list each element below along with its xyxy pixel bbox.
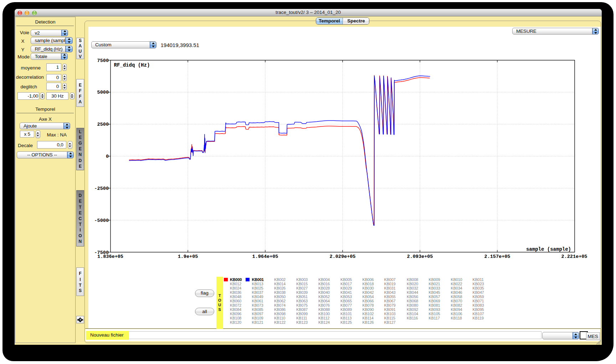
svg-text:-5000: -5000 — [94, 218, 109, 223]
svg-text:2.093e+05: 2.093e+05 — [407, 254, 433, 259]
svg-text:2.157e+05: 2.157e+05 — [484, 254, 510, 259]
svg-text:1.9e+05: 1.9e+05 — [178, 254, 198, 259]
svg-text:2500: 2500 — [97, 122, 109, 127]
svg-text:7500: 7500 — [97, 58, 109, 63]
svg-text:sample (sample): sample (sample) — [526, 246, 571, 252]
svg-text:-2500: -2500 — [94, 186, 109, 191]
svg-text:2.221e+05: 2.221e+05 — [561, 254, 587, 259]
svg-text:0: 0 — [106, 154, 109, 159]
svg-text:RF_didq (Hz): RF_didq (Hz) — [114, 62, 150, 68]
svg-text:5000: 5000 — [97, 90, 109, 95]
svg-text:1.836e+05: 1.836e+05 — [97, 254, 123, 259]
svg-text:1.964e+05: 1.964e+05 — [252, 254, 278, 259]
svg-text:2.029e+05: 2.029e+05 — [330, 254, 356, 259]
